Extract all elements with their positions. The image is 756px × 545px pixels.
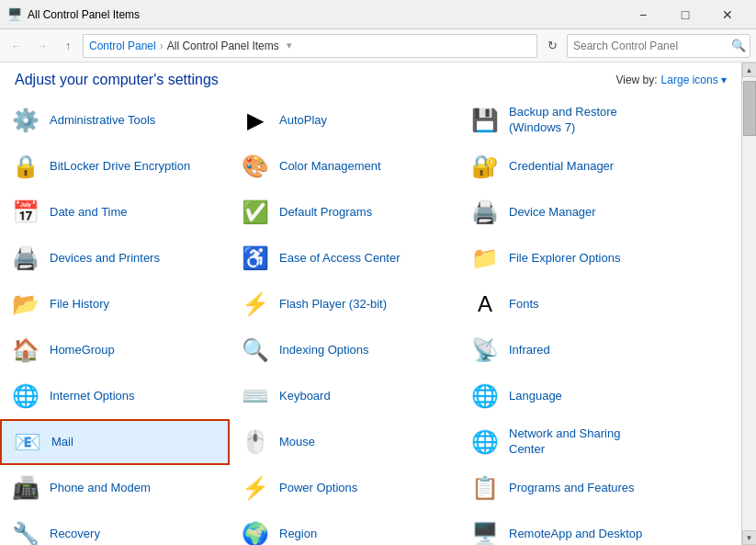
mouse-icon: 🖱️ [241, 427, 270, 457]
infrared-label: Infrared [509, 343, 550, 358]
item-power-options[interactable]: ⚡Power Options [230, 465, 459, 511]
default-prog-label: Default Programs [279, 205, 372, 221]
panel-header: Adjust your computer's settings View by:… [0, 62, 741, 94]
item-recovery[interactable]: 🔧Recovery [0, 511, 230, 545]
forward-button[interactable]: → [31, 35, 53, 57]
credential-label: Credential Manager [509, 159, 614, 175]
item-file-explorer[interactable]: 📁File Explorer Options [459, 235, 741, 281]
remoteapp-label: RemoteApp and Desktop [509, 527, 642, 542]
admin-tools-icon: ⚙️ [11, 106, 40, 135]
item-keyboard[interactable]: ⌨️Keyboard [230, 373, 459, 419]
file-explorer-label: File Explorer Options [509, 251, 620, 267]
item-autoplay[interactable]: ▶AutoPlay [230, 97, 459, 143]
item-phone-modem[interactable]: 📠Phone and Modem [0, 465, 230, 511]
panel-area: Adjust your computer's settings View by:… [0, 62, 741, 545]
devices-printers-icon: 🖨️ [11, 244, 40, 273]
default-prog-icon: ✅ [241, 198, 270, 227]
ease-access-icon: ♿ [241, 244, 270, 273]
breadcrumb-control-panel[interactable]: Control Panel [89, 40, 156, 52]
item-language[interactable]: 🌐Language [459, 373, 741, 419]
admin-tools-label: Administrative Tools [50, 113, 155, 129]
color-mgmt-label: Color Management [279, 159, 381, 175]
autoplay-icon: ▶ [241, 106, 270, 135]
item-network-sharing[interactable]: 🌐Network and Sharing Center [459, 419, 741, 465]
phone-modem-label: Phone and Modem [50, 481, 151, 496]
language-icon: 🌐 [470, 381, 500, 411]
device-mgr-label: Device Manager [509, 205, 596, 221]
item-flash-player[interactable]: ⚡Flash Player (32-bit) [230, 281, 459, 327]
bitlocker-label: BitLocker Drive Encryption [50, 159, 190, 175]
network-sharing-icon: 🌐 [470, 427, 500, 457]
credential-icon: 🔐 [470, 152, 500, 181]
phone-modem-icon: 📠 [11, 473, 40, 503]
search-icon[interactable]: 🔍 [728, 35, 750, 57]
item-internet-options[interactable]: 🌐Internet Options [0, 373, 230, 419]
programs-features-label: Programs and Features [509, 481, 635, 496]
region-icon: 🌍 [241, 519, 270, 545]
items-grid: ⚙️Administrative Tools▶AutoPlay💾Backup a… [0, 97, 741, 545]
refresh-button[interactable]: ↻ [541, 35, 563, 57]
item-devices-printers[interactable]: 🖨️Devices and Printers [0, 235, 230, 281]
backup-restore-icon: 💾 [470, 106, 500, 135]
up-button[interactable]: ↑ [57, 35, 79, 57]
item-indexing[interactable]: 🔍Indexing Options [230, 327, 459, 373]
item-programs-features[interactable]: 📋Programs and Features [459, 465, 741, 511]
item-infrared[interactable]: 📡Infrared [459, 327, 741, 373]
maximize-button[interactable]: □ [664, 0, 706, 29]
programs-features-icon: 📋 [470, 473, 500, 503]
item-file-history[interactable]: 📂File History [0, 281, 230, 327]
item-region[interactable]: 🌍Region [230, 511, 459, 545]
breadcrumb-dropdown-icon[interactable]: ▾ [287, 40, 292, 51]
recovery-label: Recovery [50, 527, 100, 542]
scrollbar-thumb[interactable] [743, 81, 756, 136]
back-button[interactable]: ← [6, 35, 28, 57]
window-icon: 🖥️ [7, 7, 22, 22]
scrollbar-down-button[interactable]: ▼ [742, 530, 757, 545]
homegroup-icon: 🏠 [11, 335, 40, 365]
minimize-button[interactable]: − [622, 0, 664, 29]
main-content: Adjust your computer's settings View by:… [0, 62, 756, 545]
addressbar: ← → ↑ Control Panel › All Control Panel … [0, 29, 756, 62]
internet-options-icon: 🌐 [11, 381, 40, 411]
power-options-label: Power Options [279, 481, 357, 496]
device-mgr-icon: 🖨️ [470, 198, 500, 227]
item-ease-access[interactable]: ♿Ease of Access Center [230, 235, 459, 281]
item-mail[interactable]: 📧Mail [0, 419, 230, 465]
close-button[interactable]: ✕ [706, 0, 749, 29]
file-explorer-icon: 📁 [470, 244, 500, 273]
color-mgmt-icon: 🎨 [241, 152, 270, 181]
item-homegroup[interactable]: 🏠HomeGroup [0, 327, 230, 373]
homegroup-label: HomeGroup [50, 343, 115, 358]
network-sharing-label: Network and Sharing Center [509, 426, 620, 458]
datetime-icon: 📅 [11, 198, 40, 227]
scrollbar-up-button[interactable]: ▲ [742, 62, 757, 77]
backup-restore-label: Backup and Restore (Windows 7) [509, 105, 617, 136]
item-bitlocker[interactable]: 🔒BitLocker Drive Encryption [0, 143, 230, 189]
item-default-prog[interactable]: ✅Default Programs [230, 189, 459, 235]
internet-options-label: Internet Options [50, 389, 135, 404]
indexing-label: Indexing Options [279, 343, 369, 358]
breadcrumb-sep-1: › [160, 40, 164, 52]
item-datetime[interactable]: 📅Date and Time [0, 189, 230, 235]
item-credential[interactable]: 🔐Credential Manager [459, 143, 741, 189]
fonts-label: Fonts [509, 297, 539, 312]
item-remoteapp[interactable]: 🖥️RemoteApp and Desktop [459, 511, 741, 545]
infrared-icon: 📡 [470, 335, 500, 365]
remoteapp-icon: 🖥️ [470, 519, 500, 545]
language-label: Language [509, 389, 562, 404]
mail-icon: 📧 [13, 427, 42, 457]
item-device-mgr[interactable]: 🖨️Device Manager [459, 189, 741, 235]
item-fonts[interactable]: AFonts [459, 281, 741, 327]
search-input[interactable] [568, 40, 728, 52]
flash-player-icon: ⚡ [241, 290, 270, 319]
breadcrumb-bar: Control Panel › All Control Panel Items … [83, 34, 537, 58]
fonts-icon: A [470, 290, 500, 319]
scrollbar-track: ▲ ▼ [741, 62, 756, 545]
item-backup-restore[interactable]: 💾Backup and Restore (Windows 7) [459, 97, 741, 143]
flash-player-label: Flash Player (32-bit) [279, 297, 387, 312]
item-admin-tools[interactable]: ⚙️Administrative Tools [0, 97, 230, 143]
item-mouse[interactable]: 🖱️Mouse [230, 419, 459, 465]
item-color-mgmt[interactable]: 🎨Color Management [230, 143, 459, 189]
view-by-value[interactable]: Large icons ▾ [661, 74, 727, 86]
mouse-label: Mouse [279, 435, 315, 450]
